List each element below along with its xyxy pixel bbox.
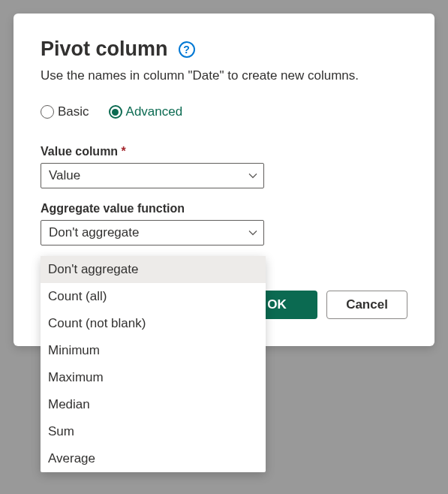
- radio-circle-icon: [41, 105, 54, 119]
- radio-advanced[interactable]: Advanced: [109, 104, 183, 119]
- dropdown-option-maximum[interactable]: Maximum: [41, 364, 266, 391]
- aggregate-label: Aggregate value function: [41, 202, 407, 215]
- dropdown-option-median[interactable]: Median: [41, 391, 266, 418]
- chevron-down-icon: [248, 228, 257, 237]
- dialog-header: Pivot column ?: [41, 38, 407, 61]
- value-column-label: Value column *: [41, 145, 407, 158]
- dropdown-option-count-not-blank[interactable]: Count (not blank): [41, 310, 266, 337]
- cancel-button[interactable]: Cancel: [326, 291, 407, 319]
- value-column-field: Value column * Value: [41, 145, 407, 188]
- help-icon[interactable]: ?: [179, 41, 195, 58]
- radio-dot-icon: [112, 109, 119, 116]
- radio-advanced-label: Advanced: [126, 104, 183, 119]
- dropdown-option-average[interactable]: Average: [41, 445, 266, 472]
- chevron-down-icon: [248, 171, 257, 180]
- dropdown-option-count-all[interactable]: Count (all): [41, 283, 266, 310]
- aggregate-dropdown-menu: Don't aggregate Count (all) Count (not b…: [41, 256, 266, 472]
- radio-basic-label: Basic: [58, 104, 89, 119]
- dialog-subtitle: Use the names in column "Date" to create…: [41, 68, 407, 83]
- aggregate-dropdown[interactable]: Don't aggregate: [41, 220, 264, 245]
- value-column-dropdown[interactable]: Value: [41, 163, 264, 188]
- aggregate-field: Aggregate value function Don't aggregate: [41, 202, 407, 245]
- value-column-selected: Value: [49, 168, 80, 183]
- required-indicator: *: [122, 145, 126, 158]
- mode-radio-group: Basic Advanced: [41, 104, 407, 119]
- dialog-title: Pivot column: [41, 38, 168, 61]
- radio-basic[interactable]: Basic: [41, 104, 89, 119]
- dropdown-option-dont-aggregate[interactable]: Don't aggregate: [41, 256, 266, 283]
- aggregate-selected: Don't aggregate: [49, 225, 139, 240]
- dropdown-option-minimum[interactable]: Minimum: [41, 337, 266, 364]
- dropdown-option-sum[interactable]: Sum: [41, 418, 266, 445]
- radio-circle-icon: [109, 105, 122, 119]
